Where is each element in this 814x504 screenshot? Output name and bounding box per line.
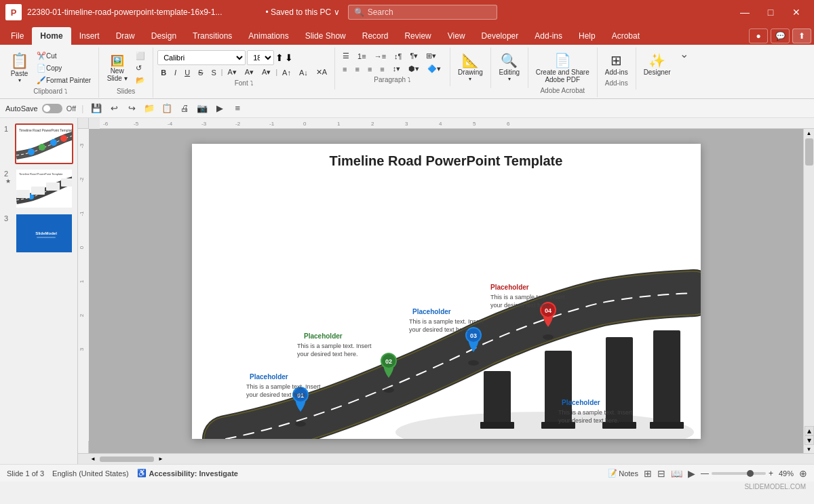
slide-thumb-3[interactable]: 3 SlideModel bbox=[4, 213, 73, 254]
tab-home[interactable]: Home bbox=[32, 27, 71, 45]
tab-help[interactable]: Help bbox=[570, 27, 604, 45]
slide-image-2[interactable]: Timeline Road PowerPoint Template bbox=[15, 168, 73, 209]
layout-button[interactable]: ⬜ bbox=[132, 50, 149, 62]
bullet-list-button[interactable]: ☰ bbox=[339, 50, 353, 62]
tab-record[interactable]: Record bbox=[354, 27, 397, 45]
tab-transitions[interactable]: Transitions bbox=[185, 27, 240, 45]
text-direction-button[interactable]: ↕▾ bbox=[389, 63, 404, 75]
present-start-button[interactable]: ▶ bbox=[212, 101, 227, 116]
text-bg-button[interactable]: A▾ bbox=[258, 66, 274, 78]
decrease-font-button[interactable]: A↓ bbox=[296, 67, 311, 78]
scroll-right-button[interactable]: ► bbox=[157, 455, 165, 463]
paste-button[interactable]: 📋 Paste ▾ bbox=[7, 52, 32, 85]
smart-art-button[interactable]: 🔷▾ bbox=[424, 63, 444, 75]
tab-animations[interactable]: Animations bbox=[240, 27, 296, 45]
tab-insert[interactable]: Insert bbox=[71, 27, 108, 45]
cut-button[interactable]: ✂️ Cut bbox=[33, 50, 94, 62]
comment-button[interactable]: 💬 bbox=[771, 28, 790, 43]
bold-button[interactable]: B bbox=[157, 67, 170, 78]
reading-view-button[interactable]: 📖 bbox=[671, 468, 682, 479]
tab-addins[interactable]: Add-ins bbox=[526, 27, 570, 45]
tab-view[interactable]: View bbox=[440, 27, 473, 45]
addins-button[interactable]: ⊞ Add-ins bbox=[602, 50, 632, 78]
slideshow-button[interactable]: ▶ bbox=[688, 468, 695, 479]
columns-button[interactable]: ⊞▾ bbox=[423, 50, 440, 62]
drawing-button[interactable]: 📐 Drawing ▾ bbox=[454, 50, 486, 84]
italic-button[interactable]: I bbox=[171, 67, 180, 78]
paragraph-spacing-button[interactable]: ↕¶ bbox=[391, 51, 405, 62]
tab-file[interactable]: File bbox=[3, 27, 32, 45]
scroll-left-button[interactable]: ◄ bbox=[89, 455, 97, 463]
highlight-button[interactable]: A▾ bbox=[241, 66, 257, 78]
font-size-up[interactable]: ⬆ bbox=[275, 52, 284, 63]
tab-review[interactable]: Review bbox=[396, 27, 439, 45]
font-size-down[interactable]: ⬇ bbox=[285, 52, 293, 63]
zoom-in-button[interactable]: + bbox=[769, 469, 773, 478]
align-justify-button[interactable]: ≡ bbox=[376, 64, 387, 75]
present-button[interactable]: ● bbox=[749, 28, 768, 43]
slide-canvas[interactable]: Timeline Road PowerPoint Template bbox=[89, 129, 803, 453]
scroll-up-button[interactable]: ▲ bbox=[805, 129, 813, 137]
scrollbar-vertical[interactable]: ▲ ▴ ▾ ▼ bbox=[803, 129, 814, 453]
font-size-select[interactable]: 18 bbox=[247, 50, 274, 65]
normal-view-button[interactable]: ⊞ bbox=[644, 468, 652, 479]
scroll-thumb-h[interactable] bbox=[100, 457, 154, 462]
close-button[interactable]: ✕ bbox=[784, 3, 809, 21]
notes-button[interactable]: 📝 Notes bbox=[608, 469, 638, 478]
editing-button[interactable]: 🔍 Editing ▾ bbox=[495, 50, 523, 84]
tab-acrobat[interactable]: Acrobat bbox=[604, 27, 648, 45]
zoom-thumb[interactable] bbox=[747, 470, 754, 477]
scrollbar-horizontal[interactable]: ◄ ► bbox=[89, 454, 803, 464]
scroll-nav-1[interactable]: ▴ bbox=[805, 426, 814, 435]
minimize-button[interactable]: — bbox=[733, 3, 757, 21]
new-slide-button[interactable]: 🖼️ New Slide ▾ bbox=[104, 52, 131, 84]
maximize-button[interactable]: □ bbox=[758, 3, 783, 21]
clear-format-button[interactable]: ✕A bbox=[313, 66, 330, 78]
new-button[interactable]: 📋 bbox=[159, 101, 174, 116]
indent-button[interactable]: →≡ bbox=[371, 51, 389, 62]
zoom-control[interactable]: — + bbox=[701, 469, 773, 478]
redo-button[interactable]: ↪ bbox=[124, 101, 139, 116]
tab-design[interactable]: Design bbox=[143, 27, 185, 45]
zoom-track[interactable] bbox=[712, 472, 766, 475]
scroll-thumb-v[interactable] bbox=[805, 138, 813, 166]
slide-sorter-button[interactable]: ⊟ bbox=[657, 468, 665, 479]
tab-draw[interactable]: Draw bbox=[108, 27, 143, 45]
ribbon-expand[interactable]: ⌄ bbox=[678, 47, 690, 63]
scroll-nav-2[interactable]: ▾ bbox=[805, 435, 814, 445]
more-qa-button[interactable]: ≡ bbox=[230, 101, 245, 116]
zoom-out-button[interactable]: — bbox=[701, 469, 709, 478]
scroll-down-button[interactable]: ▼ bbox=[805, 445, 813, 453]
paragraph-format-button[interactable]: ¶▾ bbox=[406, 50, 421, 62]
font-family-select[interactable]: Calibri bbox=[157, 50, 246, 65]
slide-image-1[interactable]: Timeline Road PowerPoint Template bbox=[15, 123, 73, 164]
adobe-button[interactable]: 📄 Create and Share Adobe PDF bbox=[532, 50, 593, 85]
tab-slideshow[interactable]: Slide Show bbox=[297, 27, 354, 45]
tab-developer[interactable]: Developer bbox=[473, 27, 527, 45]
slide-image-3[interactable]: SlideModel bbox=[15, 213, 73, 254]
print-button[interactable]: 🖨 bbox=[177, 101, 192, 116]
save-quick-button[interactable]: 💾 bbox=[89, 101, 104, 116]
undo-button[interactable]: ↩ bbox=[106, 101, 121, 116]
search-input[interactable] bbox=[368, 7, 491, 17]
format-painter-button[interactable]: 🖌️ Format Painter bbox=[33, 75, 94, 86]
convert-text-button[interactable]: ⬢▾ bbox=[405, 63, 423, 75]
align-left-button[interactable]: ≡ bbox=[339, 64, 350, 75]
number-list-button[interactable]: 1≡ bbox=[354, 51, 370, 62]
align-right-button[interactable]: ≡ bbox=[364, 64, 375, 75]
share-button[interactable]: ⬆ bbox=[792, 28, 811, 43]
autosave-toggle[interactable] bbox=[42, 104, 62, 113]
open-button[interactable]: 📁 bbox=[142, 101, 157, 116]
slide-thumb-1[interactable]: 1 Timeline Road Po bbox=[4, 123, 73, 164]
underline-button[interactable]: U bbox=[181, 67, 193, 78]
increase-font-button[interactable]: A↑ bbox=[279, 67, 294, 78]
accessibility-status[interactable]: ♿ Accessibility: Investigate bbox=[137, 469, 238, 478]
font-color-button[interactable]: A▾ bbox=[224, 66, 239, 78]
strikethrough-button[interactable]: S bbox=[195, 67, 206, 78]
copy-button[interactable]: 📄 Copy bbox=[33, 62, 94, 74]
section-button[interactable]: 📂 bbox=[132, 75, 149, 86]
shadow-button[interactable]: S bbox=[208, 67, 219, 78]
slide-thumb-2[interactable]: 2 ★ Timeline Road PowerPoint Template bbox=[4, 168, 73, 209]
search-box[interactable]: 🔍 bbox=[348, 5, 497, 20]
reset-button[interactable]: ↺ bbox=[132, 62, 149, 74]
